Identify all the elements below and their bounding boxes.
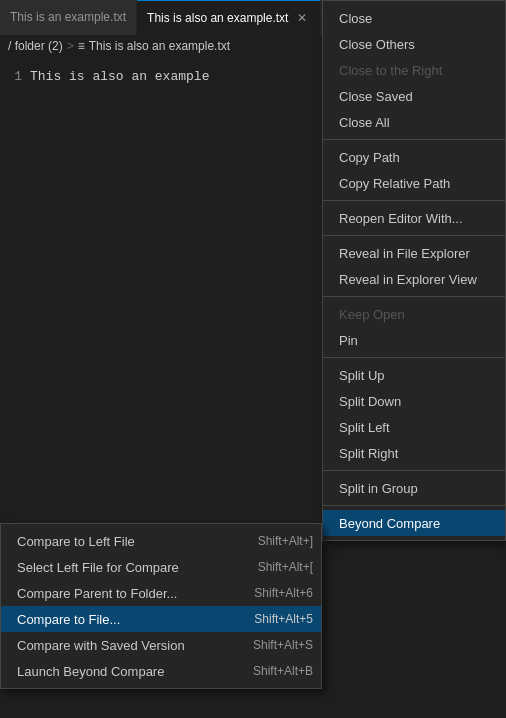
menu-item-reveal-explorer[interactable]: Reveal in File Explorer (323, 240, 505, 266)
menu-item-beyond-compare[interactable]: Beyond Compare (323, 510, 505, 536)
breadcrumb-separator: > (67, 39, 74, 53)
menu-item-split-in-group[interactable]: Split in Group (323, 475, 505, 501)
menu-item-reopen-editor[interactable]: Reopen Editor With... (323, 205, 505, 231)
menu-item-copy-relative-path[interactable]: Copy Relative Path (323, 170, 505, 196)
menu-item-close-all[interactable]: Close All (323, 109, 505, 135)
tab-close-button[interactable]: ✕ (294, 10, 310, 26)
shortcut-compare-left: Shift+Alt+] (258, 534, 313, 548)
context-menu-right: Close Close Others Close to the Right Cl… (322, 0, 506, 541)
line-text: This is also an example (30, 69, 209, 84)
menu-label-compare-file: Compare to File... (17, 612, 120, 627)
menu-separator-3 (323, 235, 505, 236)
menu-label-compare-left: Compare to Left File (17, 534, 135, 549)
menu-item-select-left[interactable]: Select Left File for Compare Shift+Alt+[ (1, 554, 321, 580)
menu-label-launch-beyond: Launch Beyond Compare (17, 664, 164, 679)
menu-item-close-others[interactable]: Close Others (323, 31, 505, 57)
shortcut-compare-file: Shift+Alt+5 (254, 612, 313, 626)
menu-item-compare-saved[interactable]: Compare with Saved Version Shift+Alt+S (1, 632, 321, 658)
shortcut-compare-saved: Shift+Alt+S (253, 638, 313, 652)
menu-item-split-up[interactable]: Split Up (323, 362, 505, 388)
menu-item-close-right: Close to the Right (323, 57, 505, 83)
menu-item-split-left[interactable]: Split Left (323, 414, 505, 440)
menu-item-close-saved[interactable]: Close Saved (323, 83, 505, 109)
tab-active-label: This is also an example.txt (147, 11, 288, 25)
menu-separator-2 (323, 200, 505, 201)
menu-item-compare-left[interactable]: Compare to Left File Shift+Alt+] (1, 528, 321, 554)
menu-item-compare-parent[interactable]: Compare Parent to Folder... Shift+Alt+6 (1, 580, 321, 606)
menu-item-close[interactable]: Close (323, 5, 505, 31)
menu-label-compare-saved: Compare with Saved Version (17, 638, 185, 653)
menu-item-keep-open: Keep Open (323, 301, 505, 327)
menu-separator-7 (323, 505, 505, 506)
menu-separator-4 (323, 296, 505, 297)
context-menu-left: Compare to Left File Shift+Alt+] Select … (0, 523, 322, 689)
menu-item-pin[interactable]: Pin (323, 327, 505, 353)
shortcut-launch-beyond: Shift+Alt+B (253, 664, 313, 678)
menu-label-compare-parent: Compare Parent to Folder... (17, 586, 177, 601)
menu-item-compare-file[interactable]: Compare to File... Shift+Alt+5 (1, 606, 321, 632)
menu-item-split-right[interactable]: Split Right (323, 440, 505, 466)
menu-separator-6 (323, 470, 505, 471)
breadcrumb-icon: ≡ (78, 39, 85, 53)
menu-item-copy-path[interactable]: Copy Path (323, 144, 505, 170)
menu-separator-1 (323, 139, 505, 140)
tab-label: This is an example.txt (10, 10, 126, 24)
menu-separator-5 (323, 357, 505, 358)
tab-example-active[interactable]: This is also an example.txt ✕ (137, 0, 321, 35)
breadcrumb-file[interactable]: This is also an example.txt (89, 39, 230, 53)
breadcrumb-folder[interactable]: / folder (2) (8, 39, 63, 53)
menu-item-launch-beyond[interactable]: Launch Beyond Compare Shift+Alt+B (1, 658, 321, 684)
tab-example[interactable]: This is an example.txt (0, 0, 137, 35)
shortcut-select-left: Shift+Alt+[ (258, 560, 313, 574)
line-number: 1 (0, 69, 30, 84)
menu-label-select-left: Select Left File for Compare (17, 560, 179, 575)
menu-item-reveal-view[interactable]: Reveal in Explorer View (323, 266, 505, 292)
shortcut-compare-parent: Shift+Alt+6 (254, 586, 313, 600)
menu-item-split-down[interactable]: Split Down (323, 388, 505, 414)
